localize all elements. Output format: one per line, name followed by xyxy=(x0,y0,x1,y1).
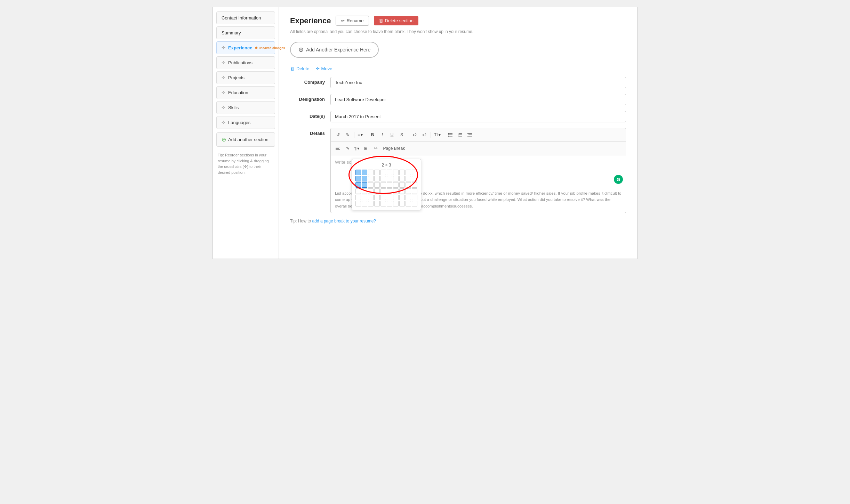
table-grid-cell[interactable] xyxy=(387,170,392,175)
table-grid-cell[interactable] xyxy=(387,201,392,206)
table-grid-cell[interactable] xyxy=(387,188,392,194)
table-grid-cell[interactable] xyxy=(368,182,374,188)
table-grid-cell[interactable] xyxy=(406,195,411,200)
table-grid-cell[interactable] xyxy=(380,201,386,206)
tip-link[interactable]: add a page break to your resume? xyxy=(312,219,376,223)
link-button[interactable]: ⚯ xyxy=(371,144,380,153)
table-grid-cell[interactable] xyxy=(380,188,386,194)
rename-button[interactable]: ✏ Rename xyxy=(336,16,369,26)
table-grid-cell[interactable] xyxy=(355,195,361,200)
table-grid-cell[interactable] xyxy=(374,201,380,206)
table-grid-cell[interactable] xyxy=(393,176,399,181)
table-grid-cell[interactable] xyxy=(412,195,417,200)
table-grid-cell[interactable] xyxy=(387,176,392,181)
drag-handle-icon[interactable]: ✛ xyxy=(222,60,225,65)
table-grid-cell[interactable] xyxy=(362,170,367,175)
subscript-button[interactable]: x2 xyxy=(410,130,419,139)
dates-input[interactable] xyxy=(330,111,626,122)
bold-button[interactable]: B xyxy=(368,130,377,139)
table-grid-cell[interactable] xyxy=(393,195,399,200)
table-grid-cell[interactable] xyxy=(387,195,392,200)
delete-section-button[interactable]: 🗑 Delete section xyxy=(374,16,418,25)
table-grid-cell[interactable] xyxy=(374,195,380,200)
table-grid-cell[interactable] xyxy=(406,170,411,175)
align-button[interactable]: ≡ ▾ xyxy=(356,130,364,139)
table-grid-cell[interactable] xyxy=(412,182,417,188)
table-grid-cell[interactable] xyxy=(399,170,405,175)
sidebar-item-contact-information[interactable]: Contact Information xyxy=(216,11,275,24)
table-grid-cell[interactable] xyxy=(368,170,374,175)
table-grid-cell[interactable] xyxy=(362,201,367,206)
undo-button[interactable]: ↺ xyxy=(334,130,343,139)
table-grid-cell[interactable] xyxy=(355,201,361,206)
table-grid-cell[interactable] xyxy=(374,176,380,181)
table-grid-cell[interactable] xyxy=(406,188,411,194)
table-grid-cell[interactable] xyxy=(355,182,361,188)
drag-handle-icon[interactable]: ✛ xyxy=(222,90,225,95)
drag-handle-icon[interactable]: ✛ xyxy=(222,45,225,50)
font-button[interactable]: TI ▾ xyxy=(433,130,442,139)
table-grid-cell[interactable] xyxy=(393,170,399,175)
bullet-list-button[interactable] xyxy=(446,130,455,139)
sidebar-item-skills[interactable]: ✛ Skills xyxy=(216,101,275,114)
indent-button[interactable] xyxy=(465,130,474,139)
move-entry-button[interactable]: ✛ Move xyxy=(316,66,332,71)
table-grid-cell[interactable] xyxy=(380,170,386,175)
editor-area[interactable]: Write something about your experience...… xyxy=(331,155,626,187)
table-grid-cell[interactable] xyxy=(355,176,361,181)
table-grid-cell[interactable] xyxy=(412,176,417,181)
table-grid-cell[interactable] xyxy=(362,182,367,188)
table-grid-cell[interactable] xyxy=(380,182,386,188)
table-grid-cell[interactable] xyxy=(399,176,405,181)
table-grid-cell[interactable] xyxy=(412,188,417,194)
table-grid-cell[interactable] xyxy=(355,188,361,194)
sidebar-item-experience[interactable]: ✛ Experience ✱ unsaved changes xyxy=(216,41,275,54)
table-grid-cell[interactable] xyxy=(399,182,405,188)
numbered-list-button[interactable]: 123 xyxy=(456,130,465,139)
table-grid-cell[interactable] xyxy=(374,170,380,175)
table-grid-cell[interactable] xyxy=(406,176,411,181)
superscript-button[interactable]: x2 xyxy=(420,130,429,139)
table-grid-cell[interactable] xyxy=(393,201,399,206)
drag-handle-icon[interactable]: ✛ xyxy=(222,75,225,80)
table-grid-cell[interactable] xyxy=(380,195,386,200)
details-editor[interactable]: ↺ ↻ ≡ ▾ B I U S x2 x2 xyxy=(330,128,626,213)
table-grid-cell[interactable] xyxy=(374,182,380,188)
underline-button[interactable]: U xyxy=(387,130,396,139)
drag-handle-icon[interactable]: ✛ xyxy=(222,120,225,125)
sidebar-item-publications[interactable]: ✛ Publications xyxy=(216,56,275,69)
table-grid-cell[interactable] xyxy=(393,182,399,188)
outdent-button[interactable] xyxy=(334,144,343,153)
designation-input[interactable] xyxy=(330,94,626,105)
delete-entry-button[interactable]: 🗑 Delete xyxy=(290,66,310,71)
table-grid-cell[interactable] xyxy=(393,188,399,194)
table-grid-cell[interactable] xyxy=(387,182,392,188)
add-experience-button[interactable]: ⊕ Add Another Experience Here xyxy=(290,42,379,58)
sidebar-item-languages[interactable]: ✛ Languages xyxy=(216,116,275,129)
sidebar-item-summary[interactable]: Summary xyxy=(216,26,275,39)
table-grid-cell[interactable] xyxy=(399,201,405,206)
table-grid-cell[interactable] xyxy=(406,201,411,206)
table-grid-cell[interactable] xyxy=(355,170,361,175)
strikethrough-button[interactable]: S xyxy=(397,130,406,139)
table-grid-cell[interactable] xyxy=(368,176,374,181)
table-grid-cell[interactable] xyxy=(406,182,411,188)
sidebar-item-education[interactable]: ✛ Education xyxy=(216,86,275,99)
table-grid[interactable] xyxy=(355,170,417,206)
table-grid-cell[interactable] xyxy=(368,201,374,206)
highlight-button[interactable]: ✎ xyxy=(343,144,352,153)
table-grid-cell[interactable] xyxy=(412,170,417,175)
table-grid-cell[interactable] xyxy=(362,188,367,194)
table-grid-cell[interactable] xyxy=(368,188,374,194)
table-grid-cell[interactable] xyxy=(362,195,367,200)
italic-button[interactable]: I xyxy=(378,130,387,139)
table-grid-cell[interactable] xyxy=(399,195,405,200)
table-grid-cell[interactable] xyxy=(368,195,374,200)
table-grid-cell[interactable] xyxy=(399,188,405,194)
drag-handle-icon[interactable]: ✛ xyxy=(222,105,225,110)
sidebar-item-projects[interactable]: ✛ Projects xyxy=(216,71,275,84)
table-grid-cell[interactable] xyxy=(380,176,386,181)
table-grid-cell[interactable] xyxy=(374,188,380,194)
paragraph-button[interactable]: ¶ ▾ xyxy=(353,144,361,153)
add-section-button[interactable]: ⊕ Add another section xyxy=(216,132,275,147)
